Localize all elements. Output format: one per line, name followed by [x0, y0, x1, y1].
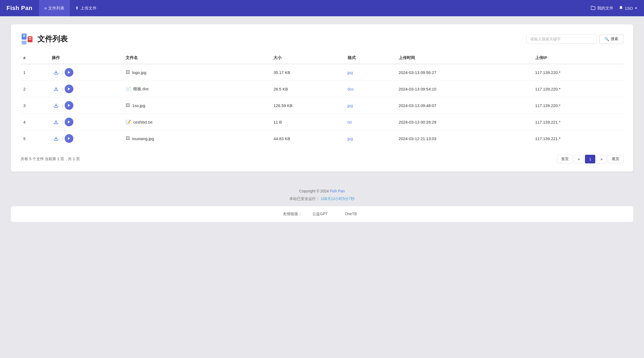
row-time-2: 2024-03-13 09:48:07 — [396, 97, 532, 114]
play-btn-2[interactable] — [65, 101, 73, 110]
format-link-1[interactable]: doc — [348, 87, 354, 91]
svg-marker-10 — [68, 88, 70, 91]
row-size-2: 126.59 KB — [271, 97, 345, 114]
nav-myfiles[interactable]: 我的文件 — [591, 5, 613, 11]
main-content: 文件列表 🔍 搜索 # 操作 文件名 大小 格式 上传时间 — [0, 16, 644, 180]
download-btn-0[interactable] — [52, 68, 60, 77]
search-icon: 🔍 — [604, 37, 609, 41]
footer-brand: Fish Pan — [330, 189, 345, 193]
navbar: Fish Pan ≡ 文件列表 ⬆ 上传文件 我的文件 1SO — [0, 0, 644, 16]
upload-icon: ⬆ — [75, 6, 79, 11]
play-btn-4[interactable] — [65, 134, 73, 143]
row-filename-0: 🖼 logo.jpg — [123, 64, 271, 81]
row-filename-3: 📝 ceshitxt.txt — [123, 114, 271, 130]
row-format-1: doc — [345, 81, 396, 97]
file-type-icon-1: 📄 — [126, 86, 131, 92]
nav-item-filelist[interactable]: ≡ 文件列表 — [39, 0, 70, 16]
brand-logo: Fish Pan — [6, 5, 32, 12]
file-type-icon-2: 🖼 — [126, 103, 130, 108]
row-filename-1: 📄 模板.doc — [123, 81, 271, 97]
table-header-row: # 操作 文件名 大小 格式 上传时间 上传IP — [21, 52, 623, 64]
nav-item-upload[interactable]: ⬆ 上传文件 — [70, 0, 102, 16]
footer-links-bar: 友情链接： 公益GPT OneTB — [11, 206, 633, 222]
svg-marker-8 — [68, 71, 70, 74]
row-time-0: 2024-03-13 09:56:27 — [396, 64, 532, 81]
page-prev-btn[interactable]: « — [574, 155, 584, 163]
card-logo-icon — [21, 33, 34, 46]
download-btn-1[interactable] — [52, 85, 60, 93]
col-header-size: 大小 — [271, 52, 345, 64]
row-size-1: 26.5 KB — [271, 81, 345, 97]
search-input[interactable] — [526, 34, 597, 44]
footer-uptime: 本站已安全运行： 108天12小时5分7秒 — [0, 195, 644, 202]
download-btn-3[interactable] — [52, 118, 60, 126]
format-link-3[interactable]: txt — [348, 120, 352, 124]
row-size-3: 11 B — [271, 114, 345, 130]
page-current-btn[interactable]: 1 — [585, 155, 595, 163]
site-footer: Copyright © 2024 Fish Pan 本站已安全运行： 108天1… — [0, 180, 644, 206]
play-btn-1[interactable] — [65, 85, 73, 93]
action-sep-3: | — [62, 120, 63, 124]
table-footer: 共有 5 个文件 当前第 1 页，共 1 页 首页 « 1 » 尾页 — [21, 155, 623, 163]
svg-rect-6 — [22, 41, 27, 44]
row-ip-0: 117.139.220.* — [532, 64, 623, 81]
link-onetb[interactable]: OneTB — [345, 212, 357, 216]
row-size-0: 35.17 KB — [271, 64, 345, 81]
card-title-area: 文件列表 — [21, 33, 68, 46]
format-link-4[interactable]: jpg — [348, 136, 353, 141]
navbar-right: 我的文件 1SO ▼ — [591, 5, 638, 11]
svg-rect-5 — [29, 39, 31, 40]
row-actions-1: | — [49, 81, 123, 97]
row-format-3: txt — [345, 114, 396, 130]
col-header-format: 格式 — [345, 52, 396, 64]
table-row: 4 | — [21, 114, 623, 130]
play-btn-0[interactable] — [65, 68, 73, 77]
col-header-op: 操作 — [49, 52, 123, 64]
page-last-btn[interactable]: 尾页 — [608, 155, 623, 163]
row-time-4: 2024-03-12 21:13:03 — [396, 130, 532, 147]
row-ip-4: 117.139.221.* — [532, 130, 623, 147]
row-actions-0: | — [49, 64, 123, 81]
table-row: 1 | — [21, 64, 623, 81]
play-btn-3[interactable] — [65, 118, 73, 126]
row-ip-2: 117.139.220.* — [532, 97, 623, 114]
row-format-2: jpg — [345, 97, 396, 114]
row-actions-4: | — [49, 130, 123, 147]
link-gongyigpt[interactable]: 公益GPT — [312, 212, 328, 216]
col-header-time: 上传时间 — [396, 52, 532, 64]
file-type-icon-0: 🖼 — [126, 70, 130, 75]
row-num-4: 5 — [21, 130, 49, 147]
row-num-2: 3 — [21, 97, 49, 114]
filelist-icon: ≡ — [44, 6, 47, 11]
file-type-icon-4: 🖼 — [126, 136, 130, 141]
download-btn-4[interactable] — [52, 134, 60, 143]
page-title: 文件列表 — [37, 34, 68, 44]
page-next-btn[interactable]: » — [596, 155, 607, 163]
format-link-2[interactable]: jpg — [348, 103, 353, 108]
row-filename-2: 🖼 1so.jpg — [123, 97, 271, 114]
nav-user[interactable]: 1SO ▼ — [619, 6, 638, 11]
row-ip-1: 117.139.220.* — [532, 81, 623, 97]
footer-copyright: Copyright © 2024 Fish Pan — [0, 187, 644, 195]
page-first-btn[interactable]: 首页 — [557, 155, 573, 163]
card-header: 文件列表 🔍 搜索 — [21, 33, 623, 46]
format-link-0[interactable]: jpg — [348, 70, 353, 75]
svg-marker-12 — [68, 104, 70, 107]
download-btn-2[interactable] — [52, 101, 60, 110]
row-format-4: jpg — [345, 130, 396, 147]
table-row: 2 | — [21, 81, 623, 97]
file-type-icon-3: 📝 — [126, 120, 131, 125]
col-header-num: # — [21, 52, 49, 64]
table-row: 3 | — [21, 97, 623, 114]
pagination: 首页 « 1 » 尾页 — [557, 155, 623, 163]
navbar-left: Fish Pan ≡ 文件列表 ⬆ 上传文件 — [6, 0, 102, 16]
action-sep-2: | — [62, 103, 63, 108]
search-button[interactable]: 🔍 搜索 — [599, 34, 623, 44]
action-sep-0: | — [62, 70, 63, 75]
row-num-3: 4 — [21, 114, 49, 130]
row-filename-4: 🖼 touxiang.jpg — [123, 130, 271, 147]
bell-icon — [619, 6, 623, 11]
row-actions-3: | — [49, 114, 123, 130]
pagination-summary: 共有 5 个文件 当前第 1 页，共 1 页 — [21, 157, 80, 162]
table-row: 5 | — [21, 130, 623, 147]
